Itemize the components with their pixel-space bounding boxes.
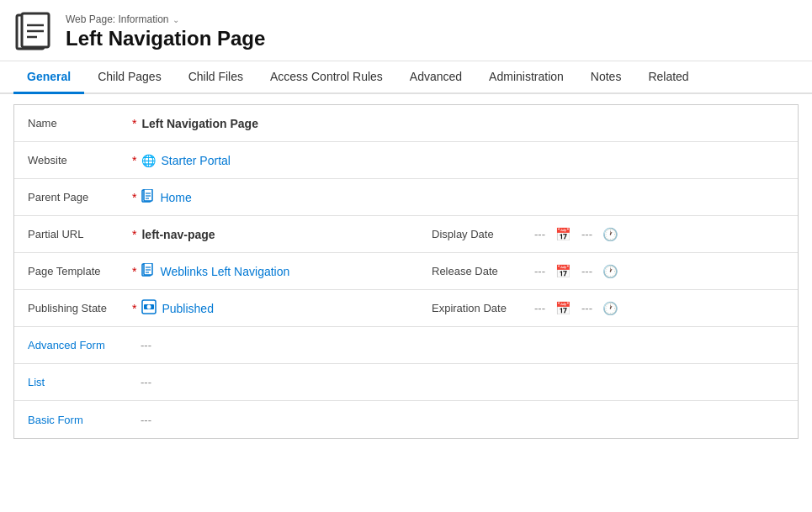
expiration-calendar-icon[interactable]: 📅	[552, 299, 575, 318]
content-area: Name * Left Navigation Page Website * 🌐 …	[0, 104, 812, 452]
basic-form-row: Basic Form ---	[14, 401, 798, 438]
svg-rect-6	[144, 189, 152, 201]
svg-rect-11	[144, 263, 152, 275]
tab-administration[interactable]: Administration	[475, 61, 577, 94]
publishing-state-value[interactable]: Published	[141, 299, 214, 317]
name-field-left: Name * Left Navigation Page	[14, 117, 418, 130]
parent-page-label: Parent Page	[14, 191, 132, 203]
expiration-clock-icon[interactable]: 🕐	[599, 299, 622, 318]
advanced-form-label[interactable]: Advanced Form	[14, 339, 132, 351]
page-template-label: Page Template	[14, 265, 132, 277]
partial-url-field-left: Partial URL * left-nav-page	[14, 228, 418, 241]
form-container: Name * Left Navigation Page Website * 🌐 …	[13, 104, 799, 439]
release-date-time-value: ---	[575, 265, 599, 277]
parent-page-required: *	[132, 191, 136, 204]
tab-child-files[interactable]: Child Files	[175, 61, 257, 94]
list-row: List ---	[14, 364, 798, 401]
publishing-state-row: Publishing State * Published Expiration …	[14, 290, 798, 327]
name-label: Name	[14, 117, 132, 129]
release-date-value: ---	[528, 265, 552, 277]
tab-advanced[interactable]: Advanced	[396, 61, 475, 94]
breadcrumb[interactable]: Web Page: Information ⌄	[66, 13, 265, 25]
partial-url-row: Partial URL * left-nav-page Display Date…	[14, 216, 798, 253]
publishing-state-field-left: Publishing State * Published	[14, 299, 418, 317]
partial-url-value: left-nav-page	[141, 228, 215, 241]
expiration-date-time-value: ---	[575, 302, 599, 314]
basic-form-value: ---	[132, 414, 151, 426]
name-row: Name * Left Navigation Page	[14, 105, 798, 142]
calendar-icon[interactable]: 📅	[552, 225, 575, 244]
header-text: Web Page: Information ⌄ Left Navigation …	[66, 13, 265, 50]
clock-icon[interactable]: 🕐	[599, 225, 622, 244]
tab-general[interactable]: General	[13, 61, 84, 94]
website-row: Website * 🌐 Starter Portal	[14, 142, 798, 179]
page-template-required: *	[132, 265, 136, 278]
svg-point-17	[147, 305, 151, 309]
partial-url-label: Partial URL	[14, 228, 132, 240]
list-field-left: List ---	[14, 376, 418, 388]
tab-child-pages[interactable]: Child Pages	[84, 61, 175, 94]
name-value: Left Navigation Page	[141, 117, 257, 130]
expiration-date-label: Expiration Date	[418, 302, 528, 314]
display-date-time-value: ---	[575, 228, 599, 240]
display-date-label: Display Date	[418, 228, 528, 240]
expiration-date-value: ---	[528, 302, 552, 314]
publishing-state-label: Publishing State	[14, 302, 132, 314]
page-header: Web Page: Information ⌄ Left Navigation …	[0, 0, 812, 61]
advanced-form-field-left: Advanced Form ---	[14, 339, 418, 351]
website-label: Website	[14, 154, 132, 166]
tab-access-control[interactable]: Access Control Rules	[257, 61, 396, 94]
release-date-label: Release Date	[418, 265, 528, 277]
template-icon	[141, 263, 155, 279]
page-icon-sm	[141, 189, 155, 205]
parent-page-field-left: Parent Page * Home	[14, 189, 418, 205]
published-icon	[141, 299, 157, 317]
name-required: *	[132, 117, 136, 130]
website-field-left: Website * 🌐 Starter Portal	[14, 154, 418, 167]
basic-form-label[interactable]: Basic Form	[14, 414, 132, 426]
page-icon	[13, 12, 54, 52]
tab-bar: General Child Pages Child Files Access C…	[0, 61, 812, 94]
parent-page-value[interactable]: Home	[141, 189, 191, 205]
basic-form-field-left: Basic Form ---	[14, 414, 418, 426]
tab-related[interactable]: Related	[634, 61, 702, 94]
page-template-row: Page Template * Weblinks Left Navigation	[14, 253, 798, 290]
parent-page-row: Parent Page * Home	[14, 179, 798, 216]
release-calendar-icon[interactable]: 📅	[552, 262, 575, 281]
website-value[interactable]: 🌐 Starter Portal	[141, 154, 230, 167]
partial-url-required: *	[132, 228, 136, 241]
globe-icon: 🌐	[141, 154, 156, 167]
release-clock-icon[interactable]: 🕐	[599, 262, 622, 281]
list-label[interactable]: List	[14, 376, 132, 388]
advanced-form-row: Advanced Form ---	[14, 327, 798, 364]
release-date-field-right: Release Date --- 📅 --- 🕐	[418, 262, 798, 281]
advanced-form-value: ---	[132, 339, 151, 351]
expiration-date-field-right: Expiration Date --- 📅 --- 🕐	[418, 299, 798, 318]
website-required: *	[132, 154, 136, 167]
page-template-value[interactable]: Weblinks Left Navigation	[141, 263, 289, 279]
list-value: ---	[132, 376, 151, 388]
breadcrumb-text: Web Page: Information	[66, 13, 169, 25]
display-date-field-right: Display Date --- 📅 --- 🕐	[418, 225, 798, 244]
page-template-field-left: Page Template * Weblinks Left Navigation	[14, 263, 418, 279]
chevron-down-icon: ⌄	[172, 15, 179, 24]
display-date-value: ---	[528, 228, 552, 240]
tab-notes[interactable]: Notes	[577, 61, 635, 94]
page-title: Left Navigation Page	[66, 27, 265, 50]
publishing-state-required: *	[132, 302, 136, 315]
